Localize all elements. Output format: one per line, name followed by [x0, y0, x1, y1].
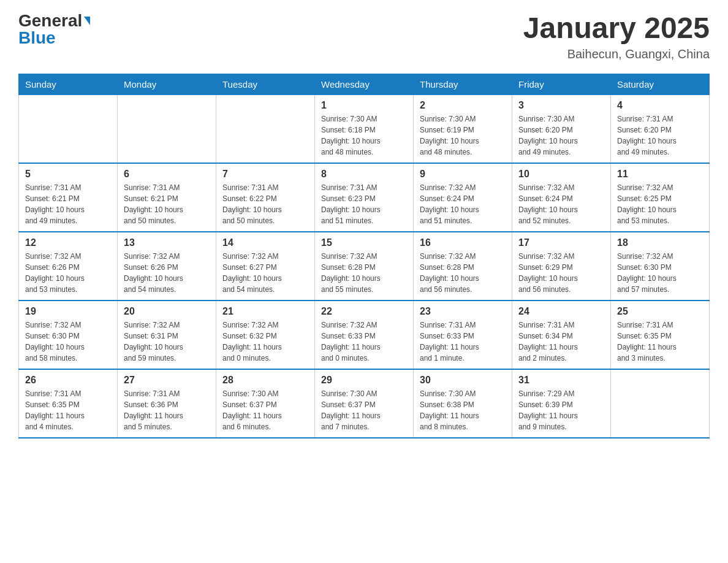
calendar-cell: 31Sunrise: 7:29 AM Sunset: 6:39 PM Dayli…: [512, 369, 611, 438]
day-info: Sunrise: 7:29 AM Sunset: 6:39 PM Dayligh…: [518, 388, 604, 432]
calendar-body: 1Sunrise: 7:30 AM Sunset: 6:18 PM Daylig…: [19, 94, 710, 438]
header-tuesday: Tuesday: [216, 74, 315, 94]
calendar-cell: 24Sunrise: 7:31 AM Sunset: 6:34 PM Dayli…: [512, 301, 611, 369]
day-info: Sunrise: 7:30 AM Sunset: 6:18 PM Dayligh…: [321, 113, 407, 158]
day-info: Sunrise: 7:31 AM Sunset: 6:21 PM Dayligh…: [124, 182, 210, 226]
day-number: 21: [222, 306, 308, 317]
day-number: 17: [518, 237, 604, 248]
day-info: Sunrise: 7:30 AM Sunset: 6:37 PM Dayligh…: [222, 388, 308, 432]
day-info: Sunrise: 7:31 AM Sunset: 6:35 PM Dayligh…: [25, 388, 111, 432]
day-number: 11: [617, 169, 703, 180]
calendar-week-1: 1Sunrise: 7:30 AM Sunset: 6:18 PM Daylig…: [19, 94, 710, 163]
header-friday: Friday: [512, 74, 611, 94]
day-number: 24: [518, 306, 604, 317]
calendar-cell: 27Sunrise: 7:31 AM Sunset: 6:36 PM Dayli…: [118, 369, 216, 438]
calendar-week-3: 12Sunrise: 7:32 AM Sunset: 6:26 PM Dayli…: [19, 232, 710, 301]
day-number: 29: [321, 375, 407, 386]
calendar-header-row: SundayMondayTuesdayWednesdayThursdayFrid…: [19, 74, 710, 94]
calendar-week-5: 26Sunrise: 7:31 AM Sunset: 6:35 PM Dayli…: [19, 369, 710, 438]
day-number: 23: [420, 306, 506, 317]
calendar-cell: 30Sunrise: 7:30 AM Sunset: 6:38 PM Dayli…: [414, 369, 512, 438]
calendar-cell: 22Sunrise: 7:32 AM Sunset: 6:33 PM Dayli…: [315, 301, 414, 369]
day-number: 31: [518, 375, 604, 386]
header-saturday: Saturday: [611, 74, 710, 94]
day-info: Sunrise: 7:32 AM Sunset: 6:30 PM Dayligh…: [25, 320, 111, 364]
day-info: Sunrise: 7:32 AM Sunset: 6:27 PM Dayligh…: [222, 251, 308, 295]
day-info: Sunrise: 7:31 AM Sunset: 6:22 PM Dayligh…: [222, 182, 308, 226]
calendar-cell: [216, 94, 315, 163]
day-number: 1: [321, 100, 407, 111]
logo-general-text: General: [18, 12, 82, 29]
day-info: Sunrise: 7:31 AM Sunset: 6:21 PM Dayligh…: [25, 182, 111, 226]
calendar-cell: 28Sunrise: 7:30 AM Sunset: 6:37 PM Dayli…: [216, 369, 315, 438]
day-info: Sunrise: 7:31 AM Sunset: 6:34 PM Dayligh…: [518, 320, 604, 364]
day-info: Sunrise: 7:30 AM Sunset: 6:19 PM Dayligh…: [420, 113, 506, 158]
day-number: 10: [518, 169, 604, 180]
calendar-cell: 19Sunrise: 7:32 AM Sunset: 6:30 PM Dayli…: [19, 301, 118, 369]
page-header: General Blue January 2025 Baihecun, Guan…: [18, 12, 710, 61]
day-info: Sunrise: 7:31 AM Sunset: 6:36 PM Dayligh…: [124, 388, 210, 432]
calendar-cell: 25Sunrise: 7:31 AM Sunset: 6:35 PM Dayli…: [611, 301, 710, 369]
day-number: 22: [321, 306, 407, 317]
calendar-cell: 20Sunrise: 7:32 AM Sunset: 6:31 PM Dayli…: [118, 301, 216, 369]
header-wednesday: Wednesday: [315, 74, 414, 94]
calendar-cell: 13Sunrise: 7:32 AM Sunset: 6:26 PM Dayli…: [118, 232, 216, 301]
calendar-cell: 4Sunrise: 7:31 AM Sunset: 6:20 PM Daylig…: [611, 94, 710, 163]
logo-triangle-icon: [84, 17, 90, 25]
day-info: Sunrise: 7:30 AM Sunset: 6:37 PM Dayligh…: [321, 388, 407, 432]
day-info: Sunrise: 7:32 AM Sunset: 6:32 PM Dayligh…: [222, 320, 308, 364]
day-info: Sunrise: 7:32 AM Sunset: 6:26 PM Dayligh…: [124, 251, 210, 295]
day-info: Sunrise: 7:31 AM Sunset: 6:23 PM Dayligh…: [321, 182, 407, 226]
day-info: Sunrise: 7:32 AM Sunset: 6:24 PM Dayligh…: [420, 182, 506, 226]
day-number: 9: [420, 169, 506, 180]
day-number: 13: [124, 237, 210, 248]
day-number: 16: [420, 237, 506, 248]
day-info: Sunrise: 7:32 AM Sunset: 6:26 PM Dayligh…: [25, 251, 111, 295]
logo: General Blue: [18, 12, 90, 47]
day-info: Sunrise: 7:32 AM Sunset: 6:28 PM Dayligh…: [321, 251, 407, 295]
calendar-cell: 1Sunrise: 7:30 AM Sunset: 6:18 PM Daylig…: [315, 94, 414, 163]
calendar-cell: 14Sunrise: 7:32 AM Sunset: 6:27 PM Dayli…: [216, 232, 315, 301]
calendar-week-4: 19Sunrise: 7:32 AM Sunset: 6:30 PM Dayli…: [19, 301, 710, 369]
day-number: 25: [617, 306, 703, 317]
day-number: 28: [222, 375, 308, 386]
calendar-cell: 15Sunrise: 7:32 AM Sunset: 6:28 PM Dayli…: [315, 232, 414, 301]
day-info: Sunrise: 7:32 AM Sunset: 6:25 PM Dayligh…: [617, 182, 703, 226]
calendar-cell: 2Sunrise: 7:30 AM Sunset: 6:19 PM Daylig…: [414, 94, 512, 163]
header-monday: Monday: [118, 74, 216, 94]
calendar-cell: 11Sunrise: 7:32 AM Sunset: 6:25 PM Dayli…: [611, 163, 710, 232]
day-info: Sunrise: 7:31 AM Sunset: 6:35 PM Dayligh…: [617, 320, 703, 364]
day-info: Sunrise: 7:32 AM Sunset: 6:24 PM Dayligh…: [518, 182, 604, 226]
calendar-cell: 3Sunrise: 7:30 AM Sunset: 6:20 PM Daylig…: [512, 94, 611, 163]
day-number: 26: [25, 375, 111, 386]
day-number: 15: [321, 237, 407, 248]
calendar-cell: 23Sunrise: 7:31 AM Sunset: 6:33 PM Dayli…: [414, 301, 512, 369]
calendar-cell: 12Sunrise: 7:32 AM Sunset: 6:26 PM Dayli…: [19, 232, 118, 301]
location-text: Baihecun, Guangxi, China: [523, 47, 710, 61]
day-info: Sunrise: 7:32 AM Sunset: 6:28 PM Dayligh…: [420, 251, 506, 295]
logo-blue-text: Blue: [18, 29, 56, 47]
day-number: 8: [321, 169, 407, 180]
calendar-cell: 26Sunrise: 7:31 AM Sunset: 6:35 PM Dayli…: [19, 369, 118, 438]
calendar-cell: 5Sunrise: 7:31 AM Sunset: 6:21 PM Daylig…: [19, 163, 118, 232]
day-number: 18: [617, 237, 703, 248]
calendar-table: SundayMondayTuesdayWednesdayThursdayFrid…: [18, 74, 710, 439]
day-number: 27: [124, 375, 210, 386]
day-info: Sunrise: 7:31 AM Sunset: 6:33 PM Dayligh…: [420, 320, 506, 364]
day-number: 20: [124, 306, 210, 317]
day-number: 5: [25, 169, 111, 180]
calendar-cell: 18Sunrise: 7:32 AM Sunset: 6:30 PM Dayli…: [611, 232, 710, 301]
calendar-cell: 21Sunrise: 7:32 AM Sunset: 6:32 PM Dayli…: [216, 301, 315, 369]
day-number: 4: [617, 100, 703, 111]
day-number: 2: [420, 100, 506, 111]
calendar-cell: 17Sunrise: 7:32 AM Sunset: 6:29 PM Dayli…: [512, 232, 611, 301]
day-info: Sunrise: 7:32 AM Sunset: 6:31 PM Dayligh…: [124, 320, 210, 364]
day-number: 12: [25, 237, 111, 248]
calendar-cell: 10Sunrise: 7:32 AM Sunset: 6:24 PM Dayli…: [512, 163, 611, 232]
calendar-cell: [611, 369, 710, 438]
calendar-cell: 8Sunrise: 7:31 AM Sunset: 6:23 PM Daylig…: [315, 163, 414, 232]
calendar-cell: 7Sunrise: 7:31 AM Sunset: 6:22 PM Daylig…: [216, 163, 315, 232]
day-info: Sunrise: 7:32 AM Sunset: 6:30 PM Dayligh…: [617, 251, 703, 295]
day-number: 6: [124, 169, 210, 180]
day-info: Sunrise: 7:32 AM Sunset: 6:33 PM Dayligh…: [321, 320, 407, 364]
